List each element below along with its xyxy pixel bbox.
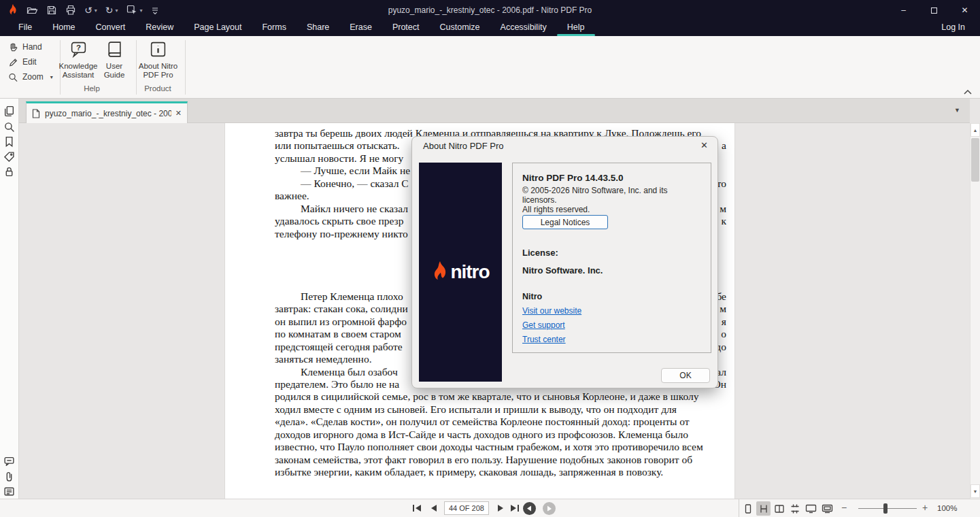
nitro-logo-text: nitro: [450, 261, 489, 283]
fullscreen-view-icon[interactable]: [820, 501, 834, 516]
search-panel-icon[interactable]: [3, 121, 16, 133]
vertical-scrollbar[interactable]: ▲ ▼: [970, 123, 980, 499]
zoom-caret-icon[interactable]: ▾: [50, 74, 53, 80]
first-page-button[interactable]: [411, 502, 423, 514]
undo-button[interactable]: ↺▾: [81, 2, 101, 18]
edit-tool-label: Edit: [22, 57, 37, 67]
menu-tab-file[interactable]: File: [8, 20, 42, 36]
minimize-button[interactable]: –: [888, 0, 919, 20]
tab-list-caret-icon[interactable]: ▼: [954, 107, 960, 114]
nitro-flame-icon: [431, 261, 449, 283]
page-text-line: он выпил из огромной фарфо: [275, 316, 407, 328]
menu-tab-help[interactable]: Help: [557, 20, 595, 36]
tags-panel-icon[interactable]: [3, 151, 16, 163]
customize-quick-access-icon[interactable]: [148, 2, 163, 18]
knowledge-assistant-button[interactable]: ? Knowledge Assistant: [56, 40, 101, 80]
maximize-icon: [931, 7, 937, 14]
dialog-link-get-support[interactable]: Get support: [522, 320, 581, 330]
scroll-down-icon[interactable]: ▼: [970, 484, 980, 498]
menu-tab-review[interactable]: Review: [135, 20, 184, 36]
previous-view-button[interactable]: [523, 502, 536, 515]
page-text-fragment: к: [721, 215, 726, 227]
menu-tab-customize[interactable]: Customize: [430, 20, 490, 36]
print-icon[interactable]: [62, 2, 80, 18]
page-text-line: заняться немедленно.: [275, 353, 372, 365]
facing-pages-view-icon[interactable]: [772, 501, 786, 516]
company-name: Nitro: [522, 292, 542, 301]
menu-tab-home[interactable]: Home: [42, 20, 85, 36]
hand-tool-button[interactable]: Hand: [8, 41, 42, 53]
hand-tool-label: Hand: [22, 42, 42, 52]
fit-screen-icon[interactable]: [804, 501, 818, 516]
menu-tab-erase[interactable]: Erase: [339, 20, 382, 36]
redo-button[interactable]: ↻▾: [102, 2, 122, 18]
page-text-line: или попытаешься отыскать.: [275, 139, 400, 152]
next-page-button[interactable]: [494, 502, 507, 514]
legal-notices-button[interactable]: Legal Notices: [522, 215, 608, 229]
ok-button[interactable]: OK: [661, 368, 710, 383]
about-nitro-button[interactable]: About Nitro PDF Pro: [133, 40, 184, 80]
select-tool-icon[interactable]: ▾: [123, 2, 146, 18]
product-version: Nitro PDF Pro 14.43.5.0: [522, 173, 703, 183]
page-text-line: известно, что Пауло пополняет свои доход…: [275, 441, 703, 453]
zoom-slider-handle[interactable]: [883, 503, 888, 514]
comments-panel-icon[interactable]: [3, 456, 16, 468]
page-text-fragment: о: [721, 328, 726, 340]
save-icon[interactable]: [43, 2, 61, 18]
page-text-line: Клеменца был озабоч: [301, 366, 398, 378]
page-text-line: законам семейства, этот факт говорил в е…: [275, 454, 692, 466]
security-panel-icon[interactable]: [3, 166, 16, 178]
svg-text:?: ?: [76, 44, 81, 52]
edit-tool-button[interactable]: Edit: [8, 56, 37, 68]
page-text-line: — Конечно, — сказал С: [301, 178, 409, 190]
scrollbar-thumb[interactable]: [971, 138, 979, 182]
last-page-button[interactable]: [509, 502, 521, 514]
menu-tab-forms[interactable]: Forms: [252, 20, 296, 36]
document-tab[interactable]: pyuzo_mario_-_krestniy_otec - 200... ✕: [26, 101, 188, 123]
output-panel-icon[interactable]: [3, 486, 16, 498]
page-text-line: «дела». «Сделав кости», он получил от се…: [275, 416, 690, 428]
page-indicator[interactable]: 44 OF 208: [444, 501, 489, 515]
page-text-line: избытке энергии, каким обладает, к приме…: [275, 466, 663, 478]
maximize-button[interactable]: [919, 0, 949, 20]
window-controls: – ✕: [888, 0, 980, 20]
pages-panel-icon[interactable]: [3, 105, 16, 118]
tab-close-icon[interactable]: ✕: [175, 109, 182, 118]
continuous-facing-view-icon[interactable]: [788, 501, 802, 516]
dialog-link-trust-center[interactable]: Trust center: [522, 335, 581, 344]
menu-tab-share[interactable]: Share: [297, 20, 339, 36]
collapse-ribbon-button[interactable]: [964, 85, 972, 97]
redo-caret-icon[interactable]: ▾: [115, 7, 118, 14]
document-tab-title: pyuzo_mario_-_krestniy_otec - 200...: [45, 109, 171, 118]
dialog-close-icon[interactable]: ✕: [700, 140, 708, 150]
menu-tab-convert[interactable]: Convert: [86, 20, 136, 36]
menu-tab-accessibility[interactable]: Accessibility: [490, 20, 557, 36]
menu-tab-protect[interactable]: Protect: [382, 20, 430, 36]
undo-caret-icon[interactable]: ▾: [95, 7, 97, 14]
zoom-in-button[interactable]: +: [920, 502, 930, 513]
page-text-line: родился в сицилийской семье, рос в том ж…: [275, 390, 699, 403]
select-tool-caret-icon[interactable]: ▾: [140, 7, 143, 14]
zoom-slider-track[interactable]: [858, 508, 917, 509]
zoom-out-button[interactable]: −: [839, 502, 849, 513]
about-dialog: About Nitro PDF Pro ✕ nitro Nitro PDF Pr…: [411, 136, 718, 388]
page-text-line: — Лучше, если Майк не: [301, 165, 410, 177]
document-tab-bar: pyuzo_mario_-_krestniy_otec - 200... ✕ ▼: [19, 99, 970, 123]
dialog-link-visit-our-website[interactable]: Visit our website: [522, 306, 581, 316]
previous-page-button[interactable]: [427, 502, 439, 514]
scroll-up-icon[interactable]: ▲: [970, 123, 980, 137]
page-text-fragment: м: [720, 203, 726, 215]
single-page-view-icon[interactable]: [741, 501, 755, 516]
bookmarks-panel-icon[interactable]: [3, 136, 16, 148]
zoom-tool-button[interactable]: Zoom ▾: [8, 71, 53, 83]
continuous-view-icon[interactable]: [756, 501, 771, 516]
knowledge-assistant-icon: ?: [69, 40, 88, 59]
open-file-icon[interactable]: [23, 2, 41, 18]
attachments-panel-icon[interactable]: [3, 471, 16, 483]
user-guide-button[interactable]: User Guide: [100, 40, 129, 80]
menu-tab-page-layout[interactable]: Page Layout: [184, 20, 252, 36]
login-button[interactable]: Log In: [941, 20, 965, 36]
next-view-button[interactable]: [543, 502, 556, 515]
close-window-button[interactable]: ✕: [949, 0, 980, 20]
nitro-logo-icon: [4, 2, 22, 18]
